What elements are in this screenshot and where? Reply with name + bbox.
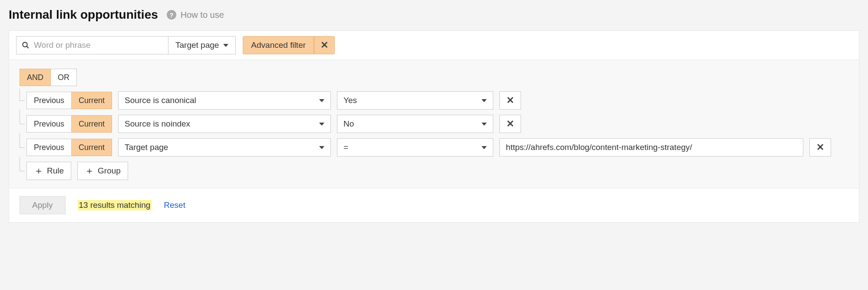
close-icon: ✕ [506,95,514,106]
remove-rule-button[interactable]: ✕ [809,138,831,157]
target-page-dropdown[interactable]: Target page [168,36,236,54]
operator-select[interactable]: Yes [337,91,493,110]
filter-panel: Target page Advanced filter ✕ AND OR [9,30,859,223]
close-icon: ✕ [816,142,824,153]
chevron-down-icon [319,146,324,149]
previous-button[interactable]: Previous [26,139,72,156]
add-group-label: Group [98,166,121,176]
chevron-down-icon [223,44,228,47]
results-matching-text: 13 results matching [78,200,152,210]
logic-or-label: OR [58,73,69,82]
previous-button[interactable]: Previous [26,115,72,133]
logic-toggle-group: AND OR [20,69,77,86]
chevron-down-icon [319,123,324,126]
page-title: Internal link opportunities [9,8,158,22]
current-button[interactable]: Current [72,139,112,156]
add-group-button[interactable]: ＋ Group [77,162,128,180]
value-input[interactable] [499,138,803,157]
svg-point-0 [23,42,27,47]
filter-builder: AND OR Previous Current [9,60,859,188]
close-icon: ✕ [506,118,514,130]
rule-row: Previous Current Source is noindex No [20,115,848,133]
current-label: Current [79,96,105,105]
advanced-filter-close-button[interactable]: ✕ [314,36,335,54]
logic-and-button[interactable]: AND [20,69,51,86]
logic-and-label: AND [27,73,43,82]
previous-label: Previous [34,120,64,129]
search-icon [22,41,30,49]
logic-or-button[interactable]: OR [51,69,77,86]
chevron-down-icon [319,99,324,102]
previous-label: Previous [34,96,64,105]
operator-select[interactable]: No [337,115,493,133]
add-rule-label: Rule [47,166,64,176]
apply-button[interactable]: Apply [20,196,66,214]
page-header: Internal link opportunities ? How to use [9,8,859,22]
advanced-filter-button[interactable]: Advanced filter [243,36,314,54]
close-icon: ✕ [320,40,328,51]
field-select[interactable]: Target page [118,138,331,157]
help-label: How to use [181,10,224,20]
current-button[interactable]: Current [72,115,112,133]
field-select-label: Source is canonical [125,96,196,105]
add-rule-button[interactable]: ＋ Rule [26,162,71,180]
field-select[interactable]: Source is noindex [118,115,331,133]
operator-select-label: No [343,119,354,129]
search-box[interactable] [16,36,168,54]
previous-button[interactable]: Previous [26,92,72,109]
advanced-filter-chip: Advanced filter ✕ [243,36,335,54]
add-row: ＋ Rule ＋ Group [20,162,848,180]
how-to-use-link[interactable]: ? How to use [167,10,224,20]
rule-row: Previous Current Source is canonical Yes [20,91,848,110]
remove-rule-button[interactable]: ✕ [499,115,521,133]
help-icon: ? [167,10,176,20]
current-label: Current [79,120,105,129]
chevron-down-icon [482,99,487,102]
field-select-label: Target page [125,143,168,152]
operator-select[interactable]: = [337,138,493,157]
field-select[interactable]: Source is canonical [118,91,331,110]
previous-label: Previous [34,143,64,152]
advanced-filter-label: Advanced filter [251,40,306,50]
operator-select-label: Yes [343,96,357,105]
plus-icon: ＋ [85,166,94,176]
plus-icon: ＋ [34,166,43,176]
remove-rule-button[interactable]: ✕ [499,91,521,110]
time-toggle-group: Previous Current [26,139,112,156]
current-label: Current [79,143,105,152]
target-page-dropdown-label: Target page [175,40,219,50]
apply-label: Apply [32,200,53,210]
operator-select-label: = [343,143,348,152]
rules-list: Previous Current Source is canonical Yes [20,91,848,180]
rule-row: Previous Current Target page = [20,138,848,157]
chevron-down-icon [482,146,487,149]
time-toggle-group: Previous Current [26,92,112,109]
field-select-label: Source is noindex [125,119,190,129]
time-toggle-group: Previous Current [26,115,112,133]
filter-footer: Apply 13 results matching Reset [9,188,859,222]
current-button[interactable]: Current [72,92,112,109]
filter-toolbar: Target page Advanced filter ✕ [9,31,859,60]
reset-link[interactable]: Reset [164,200,185,210]
svg-line-1 [26,46,29,48]
search-input[interactable] [34,40,163,50]
chevron-down-icon [482,123,487,126]
